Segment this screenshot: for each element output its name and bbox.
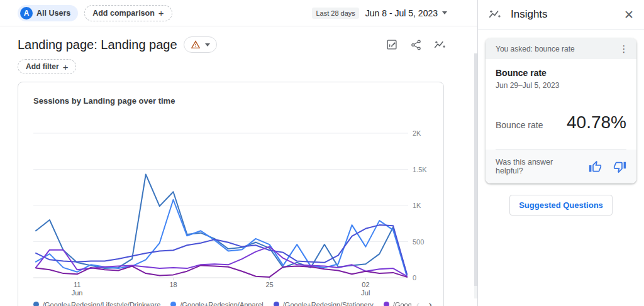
- share-button[interactable]: [408, 37, 423, 52]
- svg-text:2K: 2K: [413, 129, 421, 137]
- topbar: A All Users Add comparison + Last 28 day…: [0, 0, 477, 26]
- insight-card-header: You asked: bounce rate ⋮: [486, 38, 636, 59]
- insights-panel-title: Insights: [511, 8, 615, 21]
- legend-item[interactable]: /Google+Redesign/Stationery: [274, 301, 374, 306]
- legend-pagination: ‹ ›: [416, 299, 432, 306]
- scrollbar[interactable]: [474, 53, 477, 298]
- legend-label: /Google+Redesign/Apparel: [180, 301, 263, 306]
- thumbs-down-button[interactable]: [613, 160, 626, 173]
- legend-prev-icon[interactable]: ‹: [416, 299, 420, 306]
- chart-card: Sessions by Landing page over time 05001…: [18, 82, 444, 306]
- svg-text:02: 02: [362, 281, 369, 288]
- date-range-label: Jun 8 - Jul 5, 2023: [365, 8, 438, 18]
- svg-text:1K: 1K: [413, 202, 421, 209]
- share-icon: [410, 39, 422, 51]
- add-filter-button[interactable]: Add filter +: [18, 59, 76, 74]
- insight-card: You asked: bounce rate ⋮ Bounce rate Jun…: [486, 38, 636, 183]
- chevron-down-icon: [205, 43, 210, 46]
- chart-title: Sessions by Landing page over time: [18, 96, 443, 106]
- add-filter-label: Add filter: [26, 62, 59, 71]
- legend-next-icon[interactable]: ›: [428, 299, 432, 306]
- svg-text:18: 18: [169, 281, 177, 288]
- insights-panel: Insights ✕ You asked: bounce rate ⋮ Boun…: [477, 0, 644, 306]
- insight-date-range: Jun 29–Jul 5, 2023: [496, 81, 626, 90]
- edit-chart-icon: [386, 38, 398, 51]
- svg-text:25: 25: [265, 281, 273, 288]
- plus-icon: +: [63, 62, 69, 72]
- insight-question: You asked: bounce rate: [496, 45, 616, 53]
- insight-metric-value: 40.78%: [567, 112, 626, 133]
- segment-avatar: A: [20, 7, 33, 19]
- insights-sparkline-icon: [488, 8, 502, 21]
- date-preset-badge: Last 28 days: [312, 8, 358, 19]
- insights-panel-body: You asked: bounce rate ⋮ Bounce rate Jun…: [478, 30, 644, 224]
- all-users-label: All Users: [36, 9, 70, 18]
- legend-items: /Google+Redesign/Lifestyle/Drinkware/Goo…: [33, 301, 411, 306]
- warning-icon: [191, 40, 201, 50]
- page-title: Landing page: Landing page: [18, 38, 177, 52]
- chevron-down-icon: [442, 11, 447, 14]
- insight-card-body: Bounce rate Jun 29–Jul 5, 2023 Bounce ra…: [486, 59, 636, 150]
- title-actions: [384, 37, 447, 52]
- title-bar: Landing page: Landing page: [0, 26, 477, 53]
- ga-app: A All Users Add comparison + Last 28 day…: [0, 0, 644, 306]
- legend-dot-icon: [384, 302, 389, 306]
- svg-text:11: 11: [74, 281, 80, 288]
- legend-item[interactable]: /Google+Redesign/Apparel: [170, 301, 263, 306]
- insights-sparkline-icon: [433, 38, 447, 52]
- add-comparison-button[interactable]: Add comparison +: [84, 5, 172, 21]
- insights-panel-header: Insights ✕: [478, 0, 644, 30]
- legend-item[interactable]: /Google+Rede: [384, 301, 411, 306]
- suggested-questions-wrap: Suggested Questions: [486, 195, 636, 216]
- kebab-menu-icon[interactable]: ⋮: [616, 44, 631, 53]
- report-area: A All Users Add comparison + Last 28 day…: [0, 0, 477, 306]
- svg-text:Jul: Jul: [361, 289, 370, 297]
- svg-text:1.5K: 1.5K: [413, 166, 427, 173]
- legend-item[interactable]: /Google+Redesign/Lifestyle/Drinkware: [33, 301, 160, 306]
- svg-text:0: 0: [413, 274, 416, 281]
- svg-text:500: 500: [413, 238, 424, 246]
- filter-bar: Add filter +: [0, 53, 477, 74]
- customize-report-button[interactable]: [384, 37, 399, 52]
- all-users-chip[interactable]: A All Users: [18, 5, 78, 21]
- legend-dot-icon: [33, 302, 39, 306]
- chart-legend: /Google+Redesign/Lifestyle/Drinkware/Goo…: [18, 298, 443, 306]
- insights-button[interactable]: [432, 37, 447, 52]
- legend-label: /Google+Redesign/Stationery: [283, 301, 374, 306]
- close-icon[interactable]: ✕: [624, 8, 634, 22]
- legend-dot-icon: [274, 302, 279, 306]
- sessions-line-chart: 05001K1.5K2K11Jun182502Jul: [18, 114, 445, 298]
- insight-card-footer: Was this answer helpful?: [486, 150, 636, 183]
- add-comparison-label: Add comparison: [92, 9, 155, 18]
- feedback-prompt: Was this answer helpful?: [496, 158, 577, 175]
- suggested-questions-button[interactable]: Suggested Questions: [509, 195, 613, 216]
- thumbs-up-icon: [589, 160, 602, 173]
- insight-metric-row: Bounce rate 40.78%: [496, 112, 626, 133]
- date-range-selector[interactable]: Jun 8 - Jul 5, 2023: [365, 8, 447, 18]
- scrollbar-thumb[interactable]: [474, 53, 477, 286]
- legend-label: /Google+Redesign/Lifestyle/Drinkware: [43, 301, 160, 306]
- svg-text:Jun: Jun: [72, 289, 83, 297]
- legend-label: /Google+Rede: [393, 301, 411, 306]
- legend-dot-icon: [170, 302, 176, 306]
- insight-metric-title: Bounce rate: [496, 68, 626, 78]
- plus-icon: +: [158, 8, 164, 18]
- thumbs-up-button[interactable]: [589, 160, 602, 173]
- thumbs-down-icon: [613, 160, 626, 173]
- insight-metric-label: Bounce rate: [496, 120, 543, 130]
- data-quality-button[interactable]: [184, 36, 217, 53]
